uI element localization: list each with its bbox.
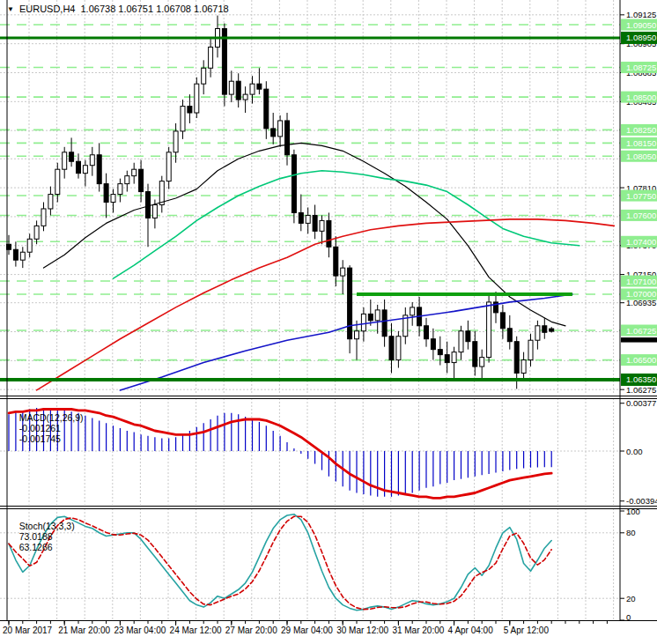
ohlc-values: 1.06738 1.06751 1.06708 1.06718 — [81, 4, 229, 14]
candle-bullish — [306, 215, 310, 223]
candle-bullish — [535, 326, 540, 340]
macd-name: MACD(12,26,9) — [19, 412, 84, 423]
candle-bullish — [48, 195, 53, 209]
candle-bullish — [195, 84, 199, 113]
price-badge-label: 1.08725 — [626, 63, 656, 72]
candle-bullish — [152, 204, 157, 218]
chart-title-bar: ▼ EURUSD,H4 1.06738 1.06751 1.06708 1.06… — [7, 4, 229, 14]
candle-bearish — [77, 161, 81, 173]
date-label: 4 Apr 04:00 — [448, 625, 494, 635]
candle-bearish — [424, 326, 429, 339]
candle-bullish — [125, 176, 129, 184]
candle-bearish — [292, 155, 296, 213]
date-label: 27 Mar 20:00 — [225, 625, 277, 635]
candle-bearish — [70, 152, 74, 161]
candle-bullish — [320, 220, 324, 231]
candle-bearish — [389, 337, 394, 360]
candle-bullish — [34, 226, 39, 239]
candle-bullish — [521, 360, 526, 374]
chart-window: 1.091251.089051.086851.084651.078101.073… — [0, 0, 657, 644]
stoch-d-value: 63.1266 — [19, 542, 53, 552]
price-badge-label: 1.07000 — [626, 289, 656, 299]
price-badge-label: 1.08950 — [626, 33, 656, 42]
date-label: 23 Mar 04:00 — [114, 625, 166, 635]
price-badge-label: 1.06500 — [626, 355, 656, 365]
candle-bearish — [13, 249, 18, 260]
candle-bearish — [264, 89, 269, 129]
candle-bullish — [63, 152, 67, 169]
price-badge-label: 1.08150 — [626, 138, 656, 148]
date-label: 5 Apr 12:00 — [504, 625, 550, 635]
candle-bearish — [271, 129, 276, 137]
candle-bullish — [243, 94, 247, 100]
candle-bearish — [368, 314, 373, 320]
candle-bullish — [41, 209, 46, 226]
candle-bullish — [480, 358, 484, 366]
price-badge-label: 1.07400 — [626, 237, 656, 247]
macd-axis-label: 0.00377 — [626, 398, 656, 408]
candle-bullish — [459, 331, 463, 352]
candle-bearish — [382, 310, 387, 337]
candle-bearish — [236, 81, 240, 100]
symbol-period-label: EURUSD,H4 — [19, 4, 76, 14]
stoch-axis-label: 20 — [626, 594, 636, 603]
candle-bullish — [20, 252, 25, 260]
date-label: 20 Mar 2017 — [3, 625, 53, 635]
candle-bullish — [452, 352, 456, 363]
price-label: 1.06275 — [626, 385, 656, 395]
candle-bearish — [327, 220, 331, 247]
candle-bearish — [313, 215, 317, 231]
candle-bearish — [348, 268, 352, 339]
candle-bearish — [507, 329, 512, 342]
candle-bullish — [528, 340, 533, 359]
candle-bearish — [257, 84, 262, 89]
candle-bearish — [438, 350, 442, 355]
candle-bullish — [90, 155, 94, 166]
candle-bearish — [550, 329, 554, 331]
candle-bullish — [27, 239, 32, 252]
stoch-axis-label: 0 — [626, 612, 631, 622]
price-badge-label: 1.07600 — [626, 211, 656, 220]
candle-bullish — [410, 307, 415, 315]
candle-bullish — [487, 302, 491, 358]
candle-bearish — [97, 155, 101, 184]
candle-bearish — [104, 184, 108, 203]
candle-bullish — [202, 68, 206, 84]
candle-bearish — [500, 313, 505, 329]
candle-bullish — [229, 81, 233, 94]
chart-canvas: 1.091251.089051.086851.084651.078101.073… — [0, 0, 657, 644]
candle-bearish — [445, 355, 449, 363]
candle-bullish — [361, 314, 365, 330]
candle-bullish — [250, 84, 255, 94]
price-label: 1.09125 — [626, 10, 656, 19]
candle-bullish — [132, 169, 137, 175]
candle-bearish — [473, 342, 477, 366]
candle-bearish — [334, 247, 338, 276]
candle-bullish — [118, 184, 122, 195]
candle-bullish — [209, 47, 213, 68]
candle-bullish — [83, 166, 87, 174]
candle-bearish — [299, 212, 303, 223]
date-label: 29 Mar 04:00 — [281, 625, 333, 635]
candle-bullish — [111, 195, 115, 203]
price-badge-label: 1.08250 — [626, 125, 656, 135]
candle-bullish — [55, 169, 60, 194]
stoch-axis-label: 80 — [626, 528, 636, 537]
candle-bearish — [466, 331, 470, 342]
macd-signal-value: -0.001745 — [19, 433, 61, 444]
stoch-k-value: 73.0188 — [19, 531, 53, 542]
date-label: 30 Mar 12:00 — [336, 625, 388, 635]
stoch-axis-label: 100 — [626, 507, 640, 516]
symbol-dropdown-icon[interactable]: ▼ — [7, 4, 14, 14]
candle-bearish — [543, 326, 547, 332]
candle-bullish — [341, 268, 345, 276]
candle-bearish — [146, 192, 151, 218]
price-badge-label: 1.07100 — [626, 277, 656, 286]
candle-bearish — [431, 339, 435, 350]
candle-bullish — [181, 107, 185, 131]
date-label: 24 Mar 12:00 — [170, 625, 222, 635]
price-badge-label: 1.06725 — [626, 326, 656, 336]
date-label: 31 Mar 20:00 — [392, 625, 444, 635]
stoch-indicator-label: Stoch(13,3,3) 73.0188 63.1266 — [9, 510, 75, 563]
candle-bullish — [278, 121, 283, 137]
